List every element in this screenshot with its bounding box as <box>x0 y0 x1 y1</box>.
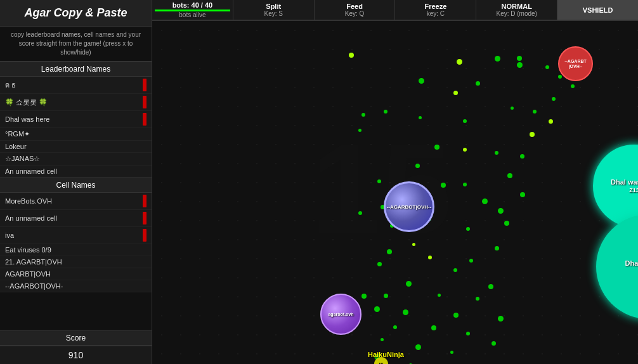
bots-section: bots: 40 / 40 bots alive <box>152 0 233 20</box>
food-pellet <box>415 344 421 350</box>
food-pellet <box>495 56 500 62</box>
leaderboard-item: 🍀 쇼롯롯 🍀 <box>0 94 152 111</box>
cellname-item: AGARBT|OVH <box>0 268 152 280</box>
food-pellet <box>552 97 556 101</box>
food-pellet <box>504 221 509 226</box>
food-pellet <box>476 297 479 301</box>
food-pellet <box>453 313 459 318</box>
food-pellet <box>358 211 362 215</box>
food-pellet <box>384 110 387 114</box>
teal-blob: Dhal was hereZ56 <box>596 214 638 319</box>
leaderboard-item: Dhal was here <box>0 111 152 128</box>
food-pellet <box>498 208 504 214</box>
app-title: Agar Copy & Paste <box>6 6 145 20</box>
food-pellet <box>466 332 470 335</box>
food-pellet <box>358 129 361 132</box>
vshield-section[interactable]: VSHIELD <box>557 0 638 20</box>
food-pellet <box>463 119 467 123</box>
heart-label: --AGARBT|OVH-- <box>564 59 587 68</box>
food-pellet <box>558 75 562 79</box>
bg-number: 15 <box>311 116 452 262</box>
leaderboard-item: °RGM✦ <box>0 128 152 141</box>
cellnames-list: MoreBots.OVHAn unnamed cellivaEat viruse… <box>0 193 152 292</box>
food-pellet <box>517 62 523 68</box>
food-pellet <box>545 65 549 69</box>
food-pellet <box>412 243 415 246</box>
food-pellet <box>457 59 462 65</box>
food-pellet <box>571 84 575 88</box>
sidebar-title: Agar Copy & Paste <box>0 0 152 27</box>
cellnames-header: Cell Names <box>0 178 152 193</box>
cellname-item: 21. AGARBT|OVH <box>0 256 152 268</box>
food-pellet <box>438 294 441 297</box>
player-blob-label: W <box>379 362 384 365</box>
food-pellet <box>361 113 365 117</box>
food-pellet <box>419 116 422 119</box>
player-label: HaikuNinja <box>368 351 404 358</box>
cellname-item: --AGARBOT|OVH- <box>0 280 152 292</box>
leaderboard-item: An unnamed cell <box>0 166 152 178</box>
cellname-item: An unnamed cell <box>0 210 152 227</box>
food-pellet <box>492 341 496 346</box>
leaderboard-list: ด ธ🍀 쇼롯롯 🍀Dhal was here°RGM✦Lokeur☆JANAS… <box>0 77 152 178</box>
agarbot-label: --AGARBOT|OVH-- <box>387 204 432 210</box>
food-pellet <box>406 281 412 287</box>
food-pellet <box>377 262 382 266</box>
food-pellet <box>374 306 380 312</box>
split-section[interactable]: Split Key: S <box>233 0 315 20</box>
sidebar: Agar Copy & Paste copy leaderboard names… <box>0 0 152 364</box>
vshield-label: VSHIELD <box>583 6 613 14</box>
food-pellet <box>533 110 537 114</box>
food-pellet <box>476 81 480 86</box>
food-pellet <box>381 338 384 341</box>
food-pellet <box>415 164 420 168</box>
agarbot-ovh-blob: --AGARBOT|OVH-- <box>384 181 434 232</box>
agarbot-ovh-small-blob: agarbot.ovh <box>320 294 361 335</box>
feed-key: Key: Q <box>345 10 365 17</box>
agarbot-small-label: agarbot.ovh <box>328 312 353 316</box>
leaderboard-item: ด ธ <box>0 77 152 94</box>
food-pellet <box>393 325 397 329</box>
food-pellet <box>530 132 535 137</box>
cellname-item: iva <box>0 227 152 244</box>
food-pellet <box>419 78 424 84</box>
food-pellet <box>469 259 473 263</box>
food-pellet <box>507 173 512 178</box>
food-pellet <box>349 53 354 58</box>
heart-blob: --AGARBT|OVH-- <box>558 46 593 81</box>
food-pellet <box>403 309 408 315</box>
cellname-item: MoreBots.OVH <box>0 193 152 210</box>
food-pellet <box>498 316 504 322</box>
bots-count: bots: 40 / 40 <box>173 1 213 9</box>
normal-section[interactable]: NORMAL Key: D (mode) <box>476 0 557 20</box>
food-pellet <box>377 179 381 183</box>
food-pellet <box>482 198 488 204</box>
blob-score: Z13 <box>629 187 638 193</box>
freeze-section[interactable]: Freeze key: C <box>395 0 476 20</box>
food-pellet <box>495 246 499 250</box>
food-pellet <box>511 107 514 110</box>
blob-label: Dhal was here <box>611 178 638 186</box>
feed-label: Feed <box>346 3 363 10</box>
food-pellet <box>431 325 436 330</box>
food-pellet <box>441 183 446 188</box>
food-pellet <box>361 294 367 299</box>
leaderboard-item: Lokeur <box>0 141 152 153</box>
food-pellet <box>384 294 388 298</box>
food-pellet <box>450 351 453 354</box>
score-value: 910 <box>0 346 152 364</box>
food-pellet <box>488 284 493 289</box>
food-pellet <box>520 192 525 197</box>
cellname-item: Eat viruses 0/9 <box>0 244 152 256</box>
score-section: Score 910 <box>0 330 152 364</box>
teal-blob: Dhal was hereZ13 <box>593 145 638 227</box>
food-pellet <box>387 249 392 254</box>
freeze-label: Freeze <box>424 3 446 10</box>
food-pellet <box>517 56 522 61</box>
feed-section[interactable]: Feed Key: Q <box>315 0 396 20</box>
food-pellet <box>428 256 432 259</box>
split-label: Split <box>266 3 281 10</box>
food-pellet <box>453 91 458 95</box>
score-header: Score <box>0 330 152 346</box>
sidebar-description: copy leaderboard names, cell names and y… <box>0 27 152 62</box>
